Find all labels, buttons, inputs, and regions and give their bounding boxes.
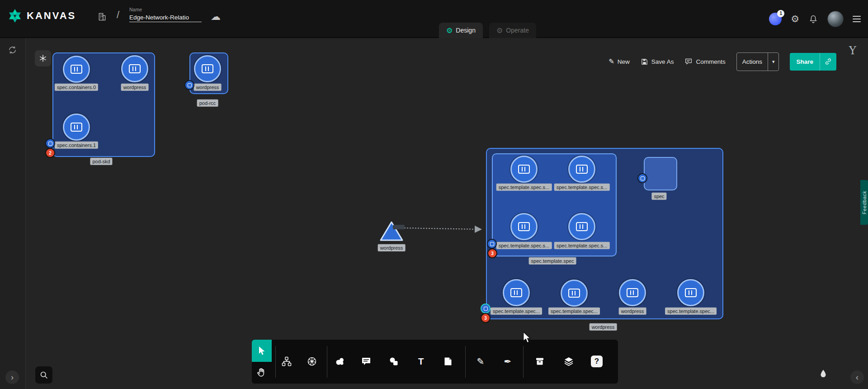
node-template-spec-4[interactable]: [568, 213, 595, 240]
feedback-tab[interactable]: Feedback: [860, 180, 868, 225]
node-spec[interactable]: [644, 157, 677, 190]
container-icon: [129, 64, 141, 73]
save-icon: [641, 58, 648, 66]
text-tool[interactable]: T: [410, 351, 431, 372]
pod-badge-icon[interactable]: [637, 173, 647, 183]
comment-tool[interactable]: [356, 351, 377, 372]
header-right-controls: 1 ⚙: [769, 0, 861, 38]
note-tool[interactable]: [438, 351, 458, 372]
node-wordpress-bottom[interactable]: [619, 279, 646, 306]
edge-service-to-deployment[interactable]: [401, 223, 488, 235]
hand-icon: [256, 367, 267, 378]
drawer-tool[interactable]: [529, 351, 550, 372]
comment-bubble-icon: [361, 356, 372, 367]
edge-port-chip: [393, 225, 405, 229]
node-label: wordpress: [619, 308, 646, 315]
cursor-icon: [257, 346, 266, 356]
draw-tool[interactable]: ✎: [470, 351, 491, 372]
share-link-icon[interactable]: [820, 53, 836, 71]
tab-operate[interactable]: ⚙ Operate: [489, 23, 536, 38]
circle-square-icon: [388, 356, 399, 367]
actions-dropdown-button[interactable]: Actions ▾: [736, 52, 779, 71]
zoom-search-button[interactable]: [35, 366, 52, 384]
sync-history-icon[interactable]: [8, 45, 17, 57]
comment-icon: [684, 57, 693, 66]
design-tab-label: Design: [456, 27, 476, 34]
design-name-input[interactable]: [129, 13, 202, 22]
pod-badge-icon[interactable]: [481, 304, 491, 313]
name-label: Name: [129, 7, 202, 12]
settings-gear-icon[interactable]: ⚙: [791, 14, 799, 24]
shapes-tool[interactable]: [330, 351, 350, 372]
pen-nib-icon: ✒: [504, 356, 512, 367]
pod-badge-icon[interactable]: [184, 80, 194, 90]
menu-icon[interactable]: [853, 14, 861, 24]
top-header: KANVAS / Name ☁ 1 ⚙: [0, 0, 868, 38]
mouse-cursor: [523, 332, 533, 344]
node-label: spec.template.spec.s...: [496, 184, 552, 191]
node-template-spec-6[interactable]: [561, 280, 588, 307]
tab-design[interactable]: ⚙ Design: [439, 23, 483, 38]
kubernetes-tool[interactable]: [302, 351, 322, 372]
cloud-sync-icon[interactable]: ☁: [211, 11, 221, 22]
kubernetes-helm-icon: [307, 356, 317, 367]
share-button[interactable]: Share: [790, 53, 836, 71]
media-tool[interactable]: [383, 351, 404, 372]
pod-badge-icon[interactable]: [45, 138, 55, 148]
pan-tool[interactable]: [251, 362, 272, 383]
node-spec-containers-0[interactable]: [63, 56, 90, 83]
layers-icon: [563, 356, 574, 367]
new-button[interactable]: ✎ New: [609, 57, 630, 66]
notifications-bell-icon[interactable]: [808, 14, 818, 24]
save-as-button[interactable]: Save As: [641, 58, 674, 66]
layers-tool[interactable]: [558, 351, 579, 372]
group-label: spec.template.spec: [529, 257, 576, 265]
node-template-spec-1[interactable]: [510, 156, 538, 183]
components-tool[interactable]: [276, 351, 297, 372]
flowchart-icon: [281, 356, 292, 367]
container-icon: [568, 289, 580, 298]
help-tool[interactable]: ?: [586, 351, 607, 372]
node-label: spec.template.spec...: [548, 308, 600, 315]
chevron-down-icon[interactable]: ▾: [768, 53, 779, 71]
note-icon: [443, 356, 453, 367]
pen-tool[interactable]: ✒: [497, 351, 518, 372]
node-template-spec-7[interactable]: [677, 279, 704, 306]
node-template-spec-5[interactable]: [503, 279, 530, 306]
component-flake-chip[interactable]: [35, 50, 51, 66]
node-template-spec-3[interactable]: [510, 213, 538, 240]
collapse-panel-button[interactable]: ‹: [850, 370, 864, 384]
kanvas-logo[interactable]: KANVAS: [7, 8, 76, 24]
user-avatar[interactable]: [827, 11, 844, 27]
node-wordpress-container-rcc[interactable]: [194, 55, 221, 82]
extensions-icon[interactable]: 1: [769, 13, 782, 25]
flake-icon: [38, 54, 47, 63]
ink-drop-icon[interactable]: [818, 369, 829, 381]
node-label: spec.containers.1: [55, 142, 98, 149]
alert-count-badge[interactable]: 3: [481, 313, 491, 323]
node-wordpress-container[interactable]: [121, 55, 148, 82]
pod-badge-icon[interactable]: [487, 239, 497, 249]
workspace-building-icon[interactable]: [98, 12, 107, 21]
node-label: wordpress: [194, 84, 222, 91]
expand-sidebar-button[interactable]: ›: [5, 370, 19, 384]
canvas-toolbar: ✎ New Save As Comments Actions ▾ Share: [609, 52, 836, 71]
node-label: spec.template.spec.s...: [554, 184, 610, 191]
kanvas-app: KANVAS / Name ☁ 1 ⚙: [0, 0, 868, 389]
node-label: spec.template.spec...: [491, 308, 542, 315]
select-tool[interactable]: [252, 340, 272, 362]
operate-tab-icon: ⚙: [496, 26, 503, 35]
container-icon: [71, 123, 82, 132]
container-icon: [685, 288, 697, 297]
node-template-spec-2[interactable]: [568, 156, 595, 183]
container-icon: [71, 65, 82, 74]
container-icon: [518, 165, 530, 174]
alert-count-badge[interactable]: 2: [45, 148, 55, 158]
comments-button[interactable]: Comments: [684, 57, 725, 66]
node-spec-containers-1[interactable]: [63, 114, 90, 141]
left-rail: [0, 38, 26, 389]
alert-count-badge[interactable]: 3: [487, 248, 497, 258]
container-icon: [576, 222, 588, 231]
node-wordpress-service[interactable]: [379, 220, 404, 244]
node-label: spec.template.spec.s...: [554, 242, 610, 249]
